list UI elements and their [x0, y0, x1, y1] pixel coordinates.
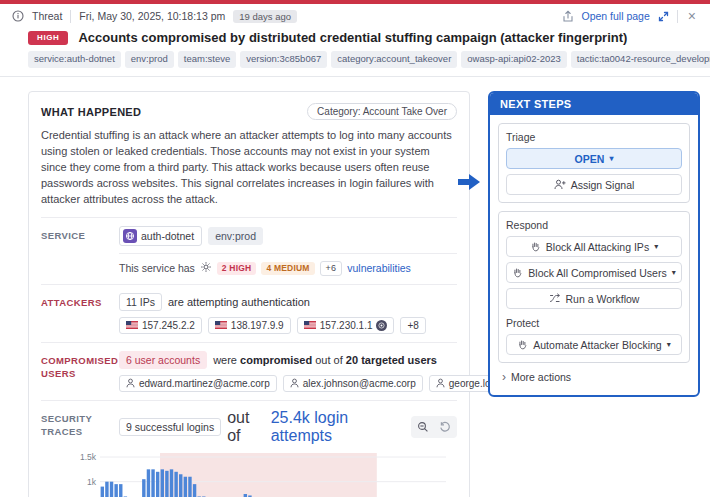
- us-flag-icon: [304, 321, 316, 329]
- chart-bar: [142, 479, 145, 497]
- attackers-sentence: are attempting authentication: [168, 296, 310, 308]
- vuln-medium-badge: 4 MEDIUM: [261, 262, 314, 275]
- y-axis-tick: 1.5k: [80, 452, 97, 462]
- reset-zoom-icon[interactable]: [435, 418, 455, 436]
- chart-toolbar: [411, 416, 457, 438]
- us-flag-icon: [215, 321, 227, 329]
- age-badge: 19 days ago: [233, 10, 297, 23]
- zoom-out-icon[interactable]: [413, 418, 433, 436]
- block-compromised-users-label: Block All Compromised Users: [528, 267, 666, 279]
- caret-down-icon: ▾: [672, 269, 676, 277]
- compromised-user-email: edward.martinez@acme.corp: [139, 378, 270, 389]
- attacker-ip-chip[interactable]: 157.230.1.1: [297, 317, 395, 334]
- compromised-user-chip[interactable]: alex.johnson@acme.corp: [283, 375, 423, 392]
- what-happened-heading: WHAT HAPPENED: [41, 106, 141, 118]
- open-full-page-link[interactable]: Open full page: [582, 10, 650, 22]
- vuln-more-badge: +6: [320, 261, 343, 276]
- service-env-chip[interactable]: env:prod: [208, 227, 263, 245]
- tag-category[interactable]: category:account_takeover: [331, 51, 457, 68]
- what-happened-card: WHAT HAPPENED Category: Account Take Ove…: [28, 91, 470, 497]
- assign-signal-label: Assign Signal: [571, 179, 635, 191]
- tag-owasp-api[interactable]: owasp-api:api02-2023: [461, 51, 566, 68]
- attacker-ip-chip[interactable]: 157.245.2.2: [119, 317, 202, 334]
- service-chip[interactable]: auth-dotnet: [119, 226, 202, 246]
- compromised-sentence: were compromised out of 20 targeted user…: [213, 354, 437, 366]
- chart-canvas[interactable]: 00.5k1k1.5k22:0022:1522:3022:4523:0023:1…: [74, 451, 458, 497]
- triage-box: Triage OPEN ▾ Assign Signal: [498, 123, 690, 203]
- chart-bar: [174, 471, 177, 497]
- attack-description: Credential stuffing is an attack where a…: [41, 128, 457, 208]
- triage-status-dropdown[interactable]: OPEN ▾: [506, 148, 682, 169]
- chart-bar: [179, 474, 182, 497]
- compromised-user-chip[interactable]: edward.martinez@acme.corp: [119, 375, 277, 392]
- y-axis-tick: 1k: [87, 476, 97, 486]
- next-steps-heading: NEXT STEPS: [490, 93, 698, 115]
- assign-signal-button[interactable]: Assign Signal: [506, 174, 682, 195]
- respond-box: Respond Block All Attacking IPs ▾ Block …: [498, 211, 690, 363]
- user-icon: [126, 378, 135, 388]
- chart-bar: [165, 471, 168, 497]
- attacker-ip: 138.197.9.9: [231, 320, 284, 331]
- run-workflow-button[interactable]: Run a Workflow: [506, 288, 682, 309]
- chart-bar: [101, 486, 104, 497]
- traces-sentence: out of: [227, 409, 265, 445]
- chart-bar: [161, 469, 164, 497]
- signal-timestamp: Fri, May 30, 2025, 10:18:13 pm: [79, 10, 225, 22]
- chart-bar: [105, 481, 108, 497]
- triage-label: Triage: [506, 131, 682, 143]
- chevron-right-icon: ›: [502, 371, 506, 383]
- assign-user-icon: [554, 179, 566, 190]
- chart-bar: [151, 469, 154, 497]
- block-hand-icon: [517, 339, 528, 350]
- vuln-prefix: This service has: [119, 262, 195, 274]
- compromised-user-email: alex.johnson@acme.corp: [303, 378, 416, 389]
- tag-service[interactable]: service:auth-dotnet: [28, 51, 121, 68]
- chart-bar: [184, 476, 187, 497]
- service-name: auth-dotnet: [141, 230, 194, 242]
- signal-title: Accounts compromised by distributed cred…: [78, 30, 627, 45]
- service-section: SERVICE auth-dotnet env:prod This servic…: [41, 217, 457, 284]
- close-icon[interactable]: ×: [686, 9, 698, 23]
- login-attempts-link[interactable]: 25.4k login attempts: [271, 409, 405, 445]
- compromised-users-label: COMPROMISED USERS: [41, 351, 113, 392]
- tag-team[interactable]: team:steve: [178, 51, 236, 68]
- automate-attacker-blocking-label: Automate Attacker Blocking: [533, 339, 661, 351]
- attacker-ips-more-chip[interactable]: +8: [400, 317, 425, 334]
- severity-badge: HIGH: [28, 31, 68, 45]
- vulnerabilities-link[interactable]: vulnerabilities: [347, 262, 411, 274]
- compromised-count-chip[interactable]: 6 user accounts: [119, 351, 207, 369]
- attackers-section: ATTACKERS 11 IPs are attempting authenti…: [41, 284, 457, 342]
- expand-icon[interactable]: [658, 11, 669, 22]
- user-icon: [436, 378, 445, 388]
- attack-window-highlight: [160, 453, 377, 497]
- caret-down-icon: ▾: [609, 155, 613, 163]
- block-attacking-ips-button[interactable]: Block All Attacking IPs ▾: [506, 236, 682, 257]
- divider: [677, 10, 678, 23]
- tag-env[interactable]: env:prod: [125, 51, 174, 68]
- export-icon[interactable]: [562, 10, 574, 23]
- triage-status-value: OPEN: [575, 153, 605, 165]
- chart-bar: [119, 484, 122, 497]
- attacker-ip-count-chip[interactable]: 11 IPs: [119, 293, 162, 311]
- block-hand-icon: [530, 241, 541, 252]
- tor-node-icon: [376, 320, 387, 331]
- successful-logins-chip[interactable]: 9 successful logins: [119, 418, 221, 436]
- attacker-ip: 157.245.2.2: [142, 320, 195, 331]
- tag-version[interactable]: version:3c85b067: [240, 51, 327, 68]
- chart-bar: [114, 484, 117, 497]
- block-compromised-users-button[interactable]: Block All Compromised Users ▾: [506, 262, 682, 283]
- chart-bar: [147, 469, 150, 497]
- panel-header: Threat Fri, May 30, 2025, 10:18:13 pm 19…: [0, 4, 710, 27]
- more-actions-link[interactable]: › More actions: [498, 371, 690, 387]
- attacker-ip-chip[interactable]: 138.197.9.9: [208, 317, 291, 334]
- next-steps-arrow-icon: [456, 171, 482, 193]
- threat-info-icon: [12, 10, 24, 22]
- block-attacking-ips-label: Block All Attacking IPs: [546, 241, 649, 253]
- service-icon: [123, 229, 137, 243]
- chart-bar: [193, 484, 196, 497]
- chart-bar: [188, 476, 191, 497]
- run-workflow-label: Run a Workflow: [566, 293, 640, 305]
- automate-attacker-blocking-button[interactable]: Automate Attacker Blocking ▾: [506, 334, 682, 355]
- security-traces-label: SECURITY TRACES: [41, 409, 113, 445]
- tag-tactic[interactable]: tactic:ta0042-resource_development: [571, 51, 710, 68]
